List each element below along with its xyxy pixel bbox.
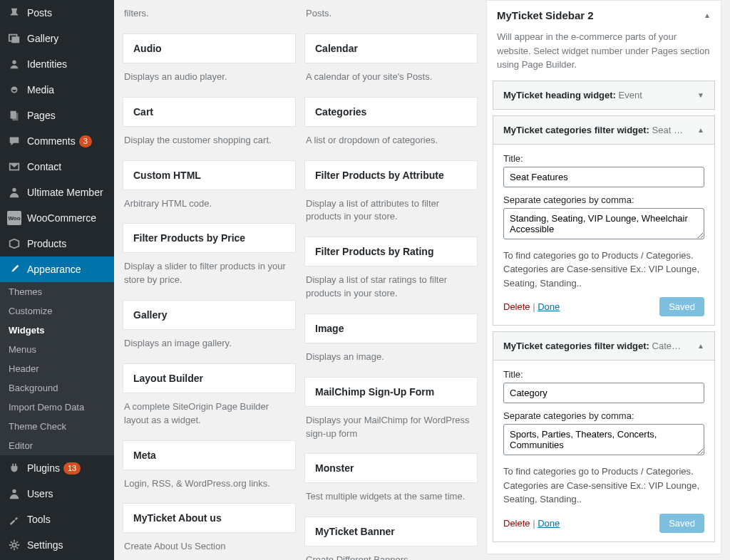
menu-pages[interactable]: Pages	[0, 103, 114, 128]
menu-ultimate-member[interactable]: Ultimate Member	[0, 180, 114, 205]
widget-desc: Display a slider to filter products in y…	[123, 253, 296, 300]
menu-contact[interactable]: Contact	[0, 154, 114, 180]
menu-plugins[interactable]: Plugins13	[0, 455, 114, 481]
chevron-down-icon: ▼	[697, 91, 704, 99]
cats-textarea[interactable]: Standing, Seating, VIP Lounge, Wheelchai…	[503, 208, 704, 239]
submenu-customize[interactable]: Customize	[0, 301, 114, 321]
woo-icon: Woo	[7, 211, 21, 225]
menu-users[interactable]: Users	[0, 481, 114, 507]
main-content: filters.AudioDisplays an audio player.Ca…	[114, 0, 730, 560]
saved-button[interactable]: Saved	[659, 514, 704, 533]
widget-desc: A complete SiteOrigin Page Builder layou…	[123, 393, 296, 440]
widget-desc: Create Different Banners	[304, 546, 478, 560]
widget-desc: Display the customer shopping cart.	[123, 127, 296, 160]
menu-products[interactable]: Products	[0, 231, 114, 256]
delete-link[interactable]: Delete	[503, 301, 530, 312]
available-widget[interactable]: Custom HTML	[123, 160, 296, 190]
menu-gallery[interactable]: Gallery	[0, 26, 114, 51]
pages-icon	[7, 108, 21, 123]
sidebar-widget: MyTicket categories filter widget: Seat …	[493, 115, 715, 326]
available-widget[interactable]: Image	[304, 313, 478, 343]
submenu-background[interactable]: Background	[0, 378, 114, 398]
available-widget[interactable]: Layout Builder	[123, 363, 296, 393]
menu-settings[interactable]: Settings	[0, 532, 114, 558]
available-widget[interactable]: Calendar	[304, 33, 478, 63]
menu-comments[interactable]: Comments3	[0, 128, 114, 154]
available-widget[interactable]: Monster	[304, 453, 478, 483]
svg-rect-1	[11, 36, 19, 43]
available-widget[interactable]: Audio	[123, 33, 296, 63]
comment-icon	[7, 134, 21, 148]
chevron-up-icon: ▲	[697, 126, 704, 134]
title-input[interactable]	[503, 167, 704, 187]
saved-button[interactable]: Saved	[659, 297, 704, 316]
available-widget[interactable]: MailChimp Sign-Up Form	[304, 377, 478, 407]
delete-link[interactable]: Delete	[503, 518, 530, 529]
chevron-up-icon: ▲	[704, 11, 711, 19]
menu-posts[interactable]: Posts	[0, 0, 114, 26]
widget-desc: Create About Us Section	[123, 533, 296, 560]
sidebar-widget: MyTicket heading widget: Event▼	[493, 81, 715, 110]
available-widget[interactable]: MyTicket Banner	[304, 517, 478, 546]
comments-badge: 3	[79, 135, 92, 147]
svg-point-2	[12, 61, 16, 64]
available-widget[interactable]: Gallery	[123, 300, 296, 330]
widget-desc: Displays your MailChimp for WordPress si…	[304, 407, 478, 454]
widget-desc: Displays an image.	[304, 343, 478, 377]
menu-woocommerce[interactable]: WooWooCommerce	[0, 205, 114, 231]
done-link[interactable]: Done	[538, 518, 560, 529]
sidebar-head[interactable]: MyTicket Sidebar 2 ▲	[487, 1, 721, 30]
widget-desc: Posts.	[304, 0, 478, 33]
title-input[interactable]	[503, 383, 704, 403]
widget-subtitle: Seat …	[652, 125, 683, 135]
available-widget[interactable]: Cart	[123, 97, 296, 127]
available-widget[interactable]: Filter Products by Rating	[304, 237, 478, 266]
available-widget[interactable]: Meta	[123, 440, 296, 470]
done-link[interactable]: Done	[538, 301, 560, 312]
sidebar-widget-head[interactable]: MyTicket categories filter widget: Cate……	[493, 332, 714, 360]
gallery-icon	[7, 31, 21, 46]
cats-textarea[interactable]: Sports, Parties, Theaters, Concerts, Com…	[503, 424, 704, 455]
widget-desc: Displays an image gallery.	[123, 330, 296, 363]
sidebar-title: MyTicket Sidebar 2	[497, 9, 594, 21]
menu-media[interactable]: Media	[0, 77, 114, 103]
widget-form: Title:Separate categories by comma:Sport…	[493, 360, 714, 541]
available-widget[interactable]: MyTicket About us	[123, 503, 296, 533]
available-widget[interactable]: Filter Products by Attribute	[304, 160, 478, 190]
widget-name: MyTicket heading widget:	[503, 90, 616, 100]
available-widgets: filters.AudioDisplays an audio player.Ca…	[123, 0, 486, 560]
menu-appearance[interactable]: Appearance	[0, 256, 114, 282]
submenu-import-demo[interactable]: Import Demo Data	[0, 398, 114, 417]
mail-icon	[7, 160, 21, 174]
form-hint: To find categories go to Products / Cate…	[503, 465, 704, 507]
pin-icon	[7, 6, 21, 20]
users-icon	[7, 487, 21, 501]
cats-label: Separate categories by comma:	[503, 195, 704, 205]
widget-desc: filters.	[123, 0, 296, 33]
widget-desc: Test multiple widgets at the same time.	[304, 483, 478, 517]
brush-icon	[7, 262, 21, 276]
widget-name: MyTicket categories filter widget:	[503, 341, 649, 351]
sidebar-areas: MyTicket Sidebar 2 ▲ Will appear in the …	[486, 0, 721, 560]
submenu-editor[interactable]: Editor	[0, 436, 114, 455]
available-widget[interactable]: Categories	[304, 97, 478, 127]
submenu-theme-check[interactable]: Theme Check	[0, 417, 114, 436]
sidebar-widget-head[interactable]: MyTicket categories filter widget: Seat …	[493, 116, 714, 144]
submenu-header[interactable]: Header	[0, 359, 114, 378]
wrench-icon	[7, 512, 21, 527]
sidebar-widget: MyTicket categories filter widget: Cate……	[493, 331, 715, 542]
submenu-menus[interactable]: Menus	[0, 340, 114, 359]
media-icon	[7, 83, 21, 97]
available-widget[interactable]: Filter Products by Price	[123, 223, 296, 253]
menu-tools[interactable]: Tools	[0, 507, 114, 532]
sidebar-box-myticket-2: MyTicket Sidebar 2 ▲ Will appear in the …	[486, 0, 721, 554]
widget-subtitle: Cate…	[652, 341, 681, 351]
title-label: Title:	[503, 369, 704, 380]
svg-rect-5	[12, 113, 18, 120]
menu-identities[interactable]: Identities	[0, 51, 114, 77]
sidebar-widget-head[interactable]: MyTicket heading widget: Event▼	[493, 81, 714, 109]
submenu-widgets[interactable]: Widgets	[0, 321, 114, 340]
widget-subtitle: Event	[619, 90, 642, 100]
submenu-themes[interactable]: Themes	[0, 282, 114, 301]
id-icon	[7, 57, 21, 71]
